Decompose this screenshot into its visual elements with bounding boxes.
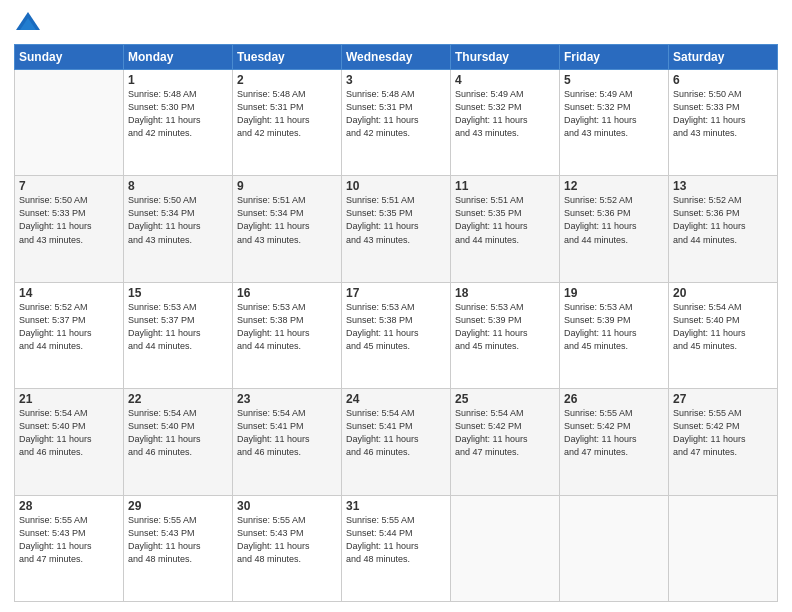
day-number: 15 — [128, 286, 228, 300]
day-number: 12 — [564, 179, 664, 193]
day-number: 17 — [346, 286, 446, 300]
day-info: Sunrise: 5:51 AM Sunset: 5:35 PM Dayligh… — [455, 194, 555, 246]
day-number: 30 — [237, 499, 337, 513]
day-info: Sunrise: 5:48 AM Sunset: 5:30 PM Dayligh… — [128, 88, 228, 140]
day-cell: 12Sunrise: 5:52 AM Sunset: 5:36 PM Dayli… — [560, 176, 669, 282]
week-row-2: 14Sunrise: 5:52 AM Sunset: 5:37 PM Dayli… — [15, 282, 778, 388]
day-number: 1 — [128, 73, 228, 87]
day-cell: 1Sunrise: 5:48 AM Sunset: 5:30 PM Daylig… — [124, 70, 233, 176]
day-number: 16 — [237, 286, 337, 300]
day-info: Sunrise: 5:50 AM Sunset: 5:33 PM Dayligh… — [19, 194, 119, 246]
day-cell: 8Sunrise: 5:50 AM Sunset: 5:34 PM Daylig… — [124, 176, 233, 282]
day-number: 25 — [455, 392, 555, 406]
day-info: Sunrise: 5:54 AM Sunset: 5:40 PM Dayligh… — [19, 407, 119, 459]
day-info: Sunrise: 5:53 AM Sunset: 5:38 PM Dayligh… — [237, 301, 337, 353]
day-info: Sunrise: 5:49 AM Sunset: 5:32 PM Dayligh… — [564, 88, 664, 140]
day-cell: 9Sunrise: 5:51 AM Sunset: 5:34 PM Daylig… — [233, 176, 342, 282]
day-number: 28 — [19, 499, 119, 513]
day-info: Sunrise: 5:48 AM Sunset: 5:31 PM Dayligh… — [237, 88, 337, 140]
day-cell: 23Sunrise: 5:54 AM Sunset: 5:41 PM Dayli… — [233, 389, 342, 495]
header — [14, 10, 778, 38]
col-header-wednesday: Wednesday — [342, 45, 451, 70]
day-cell: 19Sunrise: 5:53 AM Sunset: 5:39 PM Dayli… — [560, 282, 669, 388]
day-cell — [15, 70, 124, 176]
day-info: Sunrise: 5:54 AM Sunset: 5:40 PM Dayligh… — [673, 301, 773, 353]
day-info: Sunrise: 5:54 AM Sunset: 5:41 PM Dayligh… — [237, 407, 337, 459]
day-number: 24 — [346, 392, 446, 406]
day-info: Sunrise: 5:50 AM Sunset: 5:33 PM Dayligh… — [673, 88, 773, 140]
day-cell: 3Sunrise: 5:48 AM Sunset: 5:31 PM Daylig… — [342, 70, 451, 176]
page: SundayMondayTuesdayWednesdayThursdayFrid… — [0, 0, 792, 612]
day-cell: 26Sunrise: 5:55 AM Sunset: 5:42 PM Dayli… — [560, 389, 669, 495]
day-info: Sunrise: 5:52 AM Sunset: 5:36 PM Dayligh… — [673, 194, 773, 246]
day-cell: 30Sunrise: 5:55 AM Sunset: 5:43 PM Dayli… — [233, 495, 342, 601]
day-number: 9 — [237, 179, 337, 193]
col-header-thursday: Thursday — [451, 45, 560, 70]
day-number: 4 — [455, 73, 555, 87]
week-row-1: 7Sunrise: 5:50 AM Sunset: 5:33 PM Daylig… — [15, 176, 778, 282]
day-info: Sunrise: 5:52 AM Sunset: 5:36 PM Dayligh… — [564, 194, 664, 246]
day-cell: 16Sunrise: 5:53 AM Sunset: 5:38 PM Dayli… — [233, 282, 342, 388]
day-info: Sunrise: 5:55 AM Sunset: 5:43 PM Dayligh… — [128, 514, 228, 566]
day-cell: 24Sunrise: 5:54 AM Sunset: 5:41 PM Dayli… — [342, 389, 451, 495]
day-info: Sunrise: 5:55 AM Sunset: 5:43 PM Dayligh… — [19, 514, 119, 566]
day-info: Sunrise: 5:54 AM Sunset: 5:42 PM Dayligh… — [455, 407, 555, 459]
day-cell: 2Sunrise: 5:48 AM Sunset: 5:31 PM Daylig… — [233, 70, 342, 176]
day-number: 7 — [19, 179, 119, 193]
day-number: 23 — [237, 392, 337, 406]
day-cell: 6Sunrise: 5:50 AM Sunset: 5:33 PM Daylig… — [669, 70, 778, 176]
col-header-friday: Friday — [560, 45, 669, 70]
day-cell: 17Sunrise: 5:53 AM Sunset: 5:38 PM Dayli… — [342, 282, 451, 388]
col-header-monday: Monday — [124, 45, 233, 70]
day-number: 3 — [346, 73, 446, 87]
day-info: Sunrise: 5:54 AM Sunset: 5:40 PM Dayligh… — [128, 407, 228, 459]
day-cell: 21Sunrise: 5:54 AM Sunset: 5:40 PM Dayli… — [15, 389, 124, 495]
day-number: 21 — [19, 392, 119, 406]
day-number: 11 — [455, 179, 555, 193]
day-number: 14 — [19, 286, 119, 300]
day-number: 27 — [673, 392, 773, 406]
day-cell: 5Sunrise: 5:49 AM Sunset: 5:32 PM Daylig… — [560, 70, 669, 176]
day-cell: 20Sunrise: 5:54 AM Sunset: 5:40 PM Dayli… — [669, 282, 778, 388]
day-info: Sunrise: 5:55 AM Sunset: 5:42 PM Dayligh… — [564, 407, 664, 459]
day-info: Sunrise: 5:55 AM Sunset: 5:43 PM Dayligh… — [237, 514, 337, 566]
day-info: Sunrise: 5:48 AM Sunset: 5:31 PM Dayligh… — [346, 88, 446, 140]
day-number: 26 — [564, 392, 664, 406]
day-info: Sunrise: 5:55 AM Sunset: 5:42 PM Dayligh… — [673, 407, 773, 459]
day-cell: 7Sunrise: 5:50 AM Sunset: 5:33 PM Daylig… — [15, 176, 124, 282]
col-header-sunday: Sunday — [15, 45, 124, 70]
calendar-table: SundayMondayTuesdayWednesdayThursdayFrid… — [14, 44, 778, 602]
day-info: Sunrise: 5:54 AM Sunset: 5:41 PM Dayligh… — [346, 407, 446, 459]
day-info: Sunrise: 5:55 AM Sunset: 5:44 PM Dayligh… — [346, 514, 446, 566]
day-cell: 15Sunrise: 5:53 AM Sunset: 5:37 PM Dayli… — [124, 282, 233, 388]
day-cell: 14Sunrise: 5:52 AM Sunset: 5:37 PM Dayli… — [15, 282, 124, 388]
day-cell: 18Sunrise: 5:53 AM Sunset: 5:39 PM Dayli… — [451, 282, 560, 388]
day-cell — [669, 495, 778, 601]
logo-icon — [14, 10, 42, 38]
day-info: Sunrise: 5:49 AM Sunset: 5:32 PM Dayligh… — [455, 88, 555, 140]
day-info: Sunrise: 5:51 AM Sunset: 5:35 PM Dayligh… — [346, 194, 446, 246]
day-info: Sunrise: 5:53 AM Sunset: 5:39 PM Dayligh… — [564, 301, 664, 353]
day-cell: 25Sunrise: 5:54 AM Sunset: 5:42 PM Dayli… — [451, 389, 560, 495]
day-number: 18 — [455, 286, 555, 300]
day-info: Sunrise: 5:52 AM Sunset: 5:37 PM Dayligh… — [19, 301, 119, 353]
day-cell: 13Sunrise: 5:52 AM Sunset: 5:36 PM Dayli… — [669, 176, 778, 282]
day-number: 5 — [564, 73, 664, 87]
week-row-0: 1Sunrise: 5:48 AM Sunset: 5:30 PM Daylig… — [15, 70, 778, 176]
day-info: Sunrise: 5:50 AM Sunset: 5:34 PM Dayligh… — [128, 194, 228, 246]
day-number: 20 — [673, 286, 773, 300]
day-number: 22 — [128, 392, 228, 406]
day-number: 6 — [673, 73, 773, 87]
day-cell: 27Sunrise: 5:55 AM Sunset: 5:42 PM Dayli… — [669, 389, 778, 495]
day-cell — [451, 495, 560, 601]
day-number: 8 — [128, 179, 228, 193]
day-number: 10 — [346, 179, 446, 193]
day-number: 13 — [673, 179, 773, 193]
col-header-saturday: Saturday — [669, 45, 778, 70]
week-row-4: 28Sunrise: 5:55 AM Sunset: 5:43 PM Dayli… — [15, 495, 778, 601]
day-number: 2 — [237, 73, 337, 87]
col-header-tuesday: Tuesday — [233, 45, 342, 70]
day-info: Sunrise: 5:53 AM Sunset: 5:38 PM Dayligh… — [346, 301, 446, 353]
day-cell: 31Sunrise: 5:55 AM Sunset: 5:44 PM Dayli… — [342, 495, 451, 601]
day-number: 31 — [346, 499, 446, 513]
